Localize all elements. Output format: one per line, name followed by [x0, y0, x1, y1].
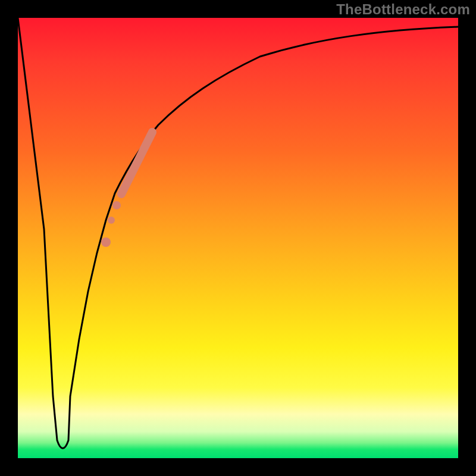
- chart-svg: [18, 18, 458, 458]
- marker-thick-segment: [121, 132, 152, 194]
- chart-frame: TheBottleneck.com: [0, 0, 476, 476]
- chart-curve: [18, 18, 458, 449]
- watermark-text: TheBottleneck.com: [336, 1, 470, 18]
- marker-dot-1: [112, 201, 121, 209]
- marker-dot-3: [101, 237, 111, 247]
- marker-dot-2: [108, 217, 115, 224]
